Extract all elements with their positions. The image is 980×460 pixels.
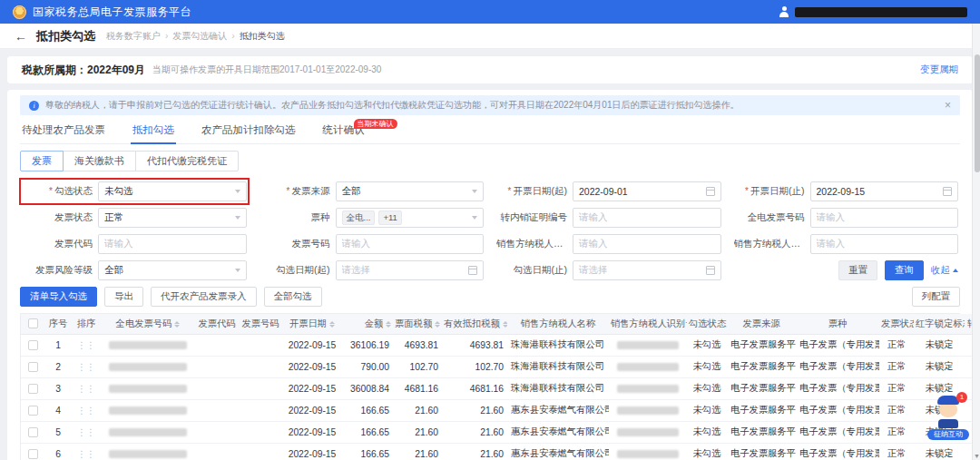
sort-icon[interactable] bbox=[329, 321, 335, 328]
assistant-widget[interactable]: 1 征纳互动 bbox=[927, 396, 969, 440]
cell-value: 4681.16 bbox=[405, 384, 438, 394]
subtab-1[interactable]: 海关缴款书 bbox=[63, 151, 136, 171]
filter-date-control[interactable]: 请选择 bbox=[336, 260, 485, 280]
filter-input-control[interactable]: 请输入 bbox=[810, 208, 959, 228]
col-header-tax[interactable]: 票面税额 bbox=[393, 314, 442, 334]
sort-icon[interactable] bbox=[386, 321, 391, 328]
export-button[interactable]: 导出 bbox=[104, 287, 143, 307]
select-all-button[interactable]: 全部勾选 bbox=[264, 287, 322, 307]
cell-code bbox=[195, 377, 239, 399]
scroll-down-arrow-icon[interactable]: ▼ bbox=[974, 453, 980, 459]
filter-9: 发票号码请输入 bbox=[260, 233, 485, 255]
chevron-down-icon bbox=[235, 216, 240, 220]
tab-0[interactable]: 待处理农产品发票 bbox=[20, 121, 107, 143]
cell-effective: 21.60 bbox=[442, 421, 507, 443]
cell-value: 2022-09-15 bbox=[289, 427, 337, 437]
drag-handle-icon[interactable]: ⋮⋮ bbox=[77, 427, 95, 437]
row-checkbox[interactable] bbox=[28, 362, 38, 372]
collapse-link[interactable]: 收起 bbox=[931, 264, 958, 277]
tab-1[interactable]: 抵扣勾选 bbox=[131, 121, 176, 143]
cell-date: 2022-09-15 bbox=[282, 399, 342, 421]
change-period-link[interactable]: 变更属期 bbox=[920, 64, 958, 76]
filter-select-control[interactable]: 未勾选 bbox=[98, 181, 247, 201]
filter-label: 转内销证明编号 bbox=[496, 211, 573, 224]
tab-label: 农产品加计扣除勾选 bbox=[201, 124, 296, 135]
filter-label-text: 勾选日期(止) bbox=[514, 264, 568, 275]
cell-value: 未锁定 bbox=[926, 339, 954, 349]
agri-invoice-entry-button[interactable]: 代开农产品发票录入 bbox=[151, 287, 257, 307]
col-label: 发票号码 bbox=[241, 318, 279, 328]
filter-input-control[interactable]: 请输入 bbox=[98, 234, 247, 254]
cell-value: 166.65 bbox=[361, 427, 390, 437]
filter-date-control[interactable]: 请选择 bbox=[573, 260, 721, 280]
sort-icon[interactable] bbox=[435, 321, 440, 328]
filter-select-control[interactable]: 全部 bbox=[336, 181, 485, 201]
table-row: 1⋮⋮2022-09-1536106.194693.814693.81珠海港联科… bbox=[21, 334, 980, 356]
cell-date: 2022-09-15 bbox=[282, 421, 342, 443]
filter-value: 2022-09-01 bbox=[579, 186, 702, 197]
filter-label: *开票日期(起) bbox=[496, 185, 573, 198]
filter-date-control[interactable]: 2022-09-15 bbox=[810, 181, 959, 201]
filter-date-control[interactable]: 2022-09-01 bbox=[573, 181, 721, 201]
filter-input-control[interactable]: 请输入 bbox=[573, 234, 721, 254]
reset-button[interactable]: 重置 bbox=[838, 260, 877, 280]
cell-tax: 21.60 bbox=[393, 399, 442, 421]
scrollbar-thumb[interactable] bbox=[975, 54, 980, 172]
subtab-0[interactable]: 发票 bbox=[20, 151, 64, 171]
cell-value: 2022-09-15 bbox=[289, 362, 337, 372]
cell-status: 未勾选 bbox=[687, 356, 727, 377]
chevron-down-icon bbox=[472, 216, 477, 220]
sort-icon[interactable] bbox=[503, 321, 507, 328]
redacted-value bbox=[109, 428, 187, 436]
subtab-2[interactable]: 代扣代缴完税凭证 bbox=[135, 151, 239, 171]
tab-2[interactable]: 农产品加计扣除勾选 bbox=[200, 121, 298, 143]
cell-value: 电子发票服务平台 bbox=[730, 426, 796, 436]
vertical-scrollbar[interactable]: ▼ bbox=[972, 24, 980, 460]
drag-handle-icon[interactable]: ⋮⋮ bbox=[77, 340, 95, 350]
calendar-icon bbox=[706, 187, 715, 196]
row-checkbox[interactable] bbox=[28, 340, 38, 350]
row-checkbox[interactable] bbox=[28, 384, 38, 394]
col-header-effective[interactable]: 有效抵扣税额 bbox=[442, 314, 507, 334]
main-card: i 尊敬的纳税人，请于申报前对已勾选的凭证进行统计确认。农产品业务抵扣勾选和代扣… bbox=[7, 90, 973, 460]
row-checkbox[interactable] bbox=[28, 427, 38, 437]
filter-label: *开票日期(止) bbox=[734, 185, 810, 198]
filter-11: 销售方纳税人名称请输入 bbox=[734, 233, 959, 255]
cell-amount: 166.65 bbox=[342, 421, 393, 443]
import-checklist-button[interactable]: 清单导入勾选 bbox=[20, 287, 97, 307]
query-button[interactable]: 查询 bbox=[885, 260, 924, 280]
filter-select-control[interactable]: 全部 bbox=[98, 260, 247, 280]
drag-handle-icon[interactable]: ⋮⋮ bbox=[77, 406, 95, 416]
col-header-amount[interactable]: 金额 bbox=[342, 314, 393, 334]
cell-value: 正常 bbox=[887, 383, 906, 393]
filter-select-control[interactable]: 正常 bbox=[98, 208, 247, 228]
row-checkbox[interactable] bbox=[28, 406, 38, 416]
cell-value: 4681.16 bbox=[470, 384, 504, 394]
filter-input-control[interactable]: 请输入 bbox=[810, 234, 959, 254]
col-header-date[interactable]: 开票日期 bbox=[282, 314, 342, 334]
filter-label-text: 发票代码 bbox=[54, 238, 93, 249]
cell-tax: 4693.81 bbox=[393, 334, 442, 356]
person-icon[interactable] bbox=[779, 6, 789, 17]
drag-handle-icon[interactable]: ⋮⋮ bbox=[77, 362, 95, 372]
cell-date: 2022-09-15 bbox=[282, 334, 342, 356]
sort-icon[interactable] bbox=[174, 321, 180, 328]
breadcrumb-item[interactable]: 税务数字账户 bbox=[106, 30, 161, 43]
close-icon[interactable]: × bbox=[937, 99, 951, 112]
filter-input-control[interactable]: 请输入 bbox=[336, 234, 485, 254]
row-checkbox[interactable] bbox=[28, 449, 38, 459]
filter-label-text: 发票来源 bbox=[292, 185, 330, 196]
tab-3[interactable]: 统计确认当期未确认 bbox=[321, 121, 367, 143]
filter-tags-control[interactable]: 全电...+11 bbox=[336, 208, 485, 228]
drag-handle-icon[interactable]: ⋮⋮ bbox=[77, 449, 95, 459]
col-header-status: 勾选状态 bbox=[687, 314, 727, 334]
filter-input-control[interactable]: 请输入 bbox=[573, 208, 721, 228]
redacted-value bbox=[109, 385, 187, 393]
breadcrumb-item[interactable]: 发票勾选确认 bbox=[172, 30, 227, 43]
col-header-einv_no[interactable]: 全电发票号码 bbox=[101, 314, 195, 334]
cell-source: 电子发票服务平台 bbox=[727, 399, 796, 421]
back-arrow-icon[interactable]: ← bbox=[15, 30, 27, 43]
column-config-button[interactable]: 列配置 bbox=[912, 287, 961, 307]
header-checkbox[interactable] bbox=[28, 318, 38, 328]
drag-handle-icon[interactable]: ⋮⋮ bbox=[77, 384, 95, 394]
